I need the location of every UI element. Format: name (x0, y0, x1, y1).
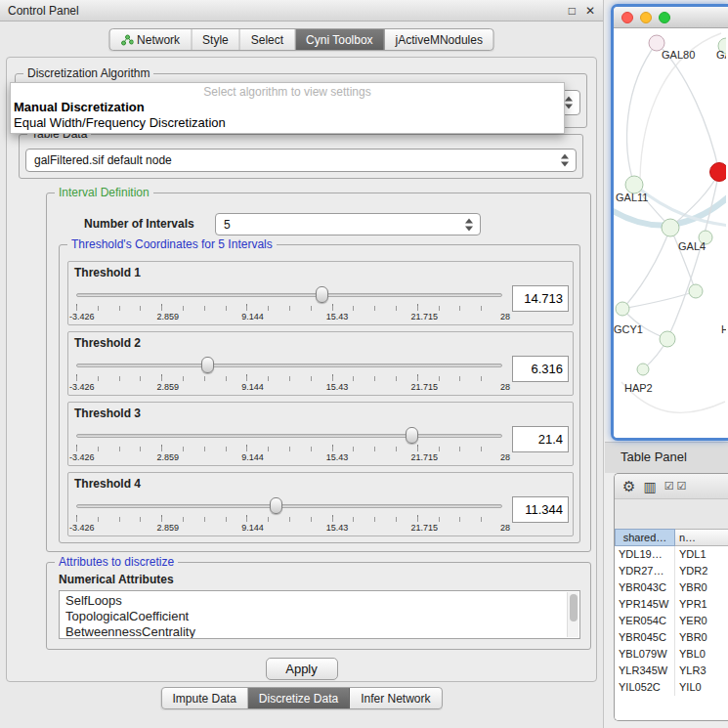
slider-thumb[interactable] (316, 286, 328, 303)
threshold-2-slider[interactable] (76, 356, 502, 373)
table-row[interactable]: YIL052C YIL0 (615, 679, 728, 696)
table-row[interactable]: YBL079W YBL0 (615, 646, 728, 663)
threshold-4-slider[interactable] (76, 496, 502, 514)
table-row[interactable]: YDR27… YDR2 (615, 563, 728, 579)
tab-style[interactable]: Style (192, 29, 240, 50)
network-node[interactable] (616, 302, 629, 316)
cell-name: YDL1 (675, 546, 728, 563)
tick-label: 9.144 (241, 312, 264, 321)
network-window-titlebar[interactable] (614, 7, 728, 28)
slider-track[interactable] (76, 364, 502, 367)
threshold-3-slider[interactable] (76, 426, 502, 444)
cell-shared-name: YBR043C (615, 579, 675, 596)
tick-label: 9.144 (241, 452, 264, 462)
tick-label: 9.144 (241, 382, 264, 392)
network-node[interactable] (660, 331, 675, 347)
node-label-gcy1: GCY1 (614, 323, 643, 335)
node-label-gal4: GAL4 (678, 240, 706, 252)
tab-jactivemodules-label: jActiveMNodules (396, 33, 483, 47)
number-of-intervals-combobox[interactable]: 5 (215, 213, 481, 236)
combo-arrows-icon (465, 218, 474, 231)
node-label-ga-truncated: GA (716, 49, 726, 61)
zoom-traffic-light-icon[interactable] (659, 12, 670, 23)
slider-track[interactable] (76, 504, 502, 508)
interval-definition-group-title: Interval Definition (55, 186, 153, 199)
cell-shared-name: YBR045C (615, 629, 675, 646)
table-data-group: Table Data galFiltered.sif default node (19, 134, 583, 179)
tick-label: 2.859 (157, 523, 180, 533)
table-data-combobox[interactable]: galFiltered.sif default node (25, 149, 577, 172)
tab-cyni-toolbox-label: Cyni Toolbox (306, 33, 372, 47)
slider-minor-ticks (76, 306, 502, 311)
slider-thumb[interactable] (270, 497, 282, 514)
tab-select-label: Select (251, 33, 283, 47)
close-traffic-light-icon[interactable] (621, 12, 633, 23)
slider-thumb[interactable] (406, 427, 418, 444)
tab-jactivemodules[interactable]: jActiveMNodules (385, 29, 493, 50)
tick-label: 2.859 (157, 382, 180, 392)
threshold-3-value-field[interactable] (512, 426, 569, 452)
tab-discretize-data-label: Discretize Data (259, 692, 338, 706)
tab-impute-data[interactable]: Impute Data (161, 688, 247, 708)
apply-button[interactable]: Apply (266, 658, 338, 680)
slider-track[interactable] (76, 434, 502, 438)
float-window-icon[interactable]: □ (569, 5, 576, 17)
slider-tick-labels: -3.4262.8599.14415.4321.71528 (69, 523, 510, 533)
table-row[interactable]: YLR345W YLR3 (615, 663, 728, 679)
slider-thumb[interactable] (201, 357, 214, 373)
select-all-checkbox-icon[interactable]: ☑ (664, 481, 674, 492)
control-panel-titlebar[interactable]: Control Panel □ ✕ (0, 0, 603, 21)
scrollbar-thumb[interactable] (570, 594, 578, 621)
list-item[interactable]: TopologicalCoefficient (60, 609, 579, 624)
threshold-2-label: Threshold 2 (74, 336, 141, 350)
select-none-checkbox-icon[interactable]: ☑ (677, 481, 687, 492)
slider-tick-labels: -3.4262.8599.14415.4321.71528 (69, 312, 510, 321)
tab-network[interactable]: Network (109, 29, 192, 50)
table-panel-window[interactable]: ⚙ ▥ ☑ ☑ shared… n… YDL19… YDL1 YDR27… YD… (614, 473, 728, 721)
tick-label: 21.715 (410, 382, 438, 392)
network-canvas[interactable]: GAL80 GA GAL11 GAL4 GCY1 H HAP2 (614, 28, 726, 438)
tab-infer-network[interactable]: Infer Network (350, 688, 441, 708)
tick-label: -3.426 (69, 452, 95, 462)
column-header-shared-name[interactable]: shared… (615, 529, 675, 546)
tab-network-label: Network (137, 33, 180, 47)
table-row[interactable]: YBR043C YBR0 (615, 579, 728, 596)
attributes-group-title: Attributes to discretize (55, 555, 178, 569)
network-node[interactable] (689, 284, 703, 298)
gear-icon[interactable]: ⚙ (622, 479, 635, 493)
numerical-attributes-list[interactable]: SelfLoopsTopologicalCoefficientBetweenne… (59, 590, 580, 639)
network-node[interactable] (662, 219, 679, 236)
table-row[interactable]: YDL19… YDL1 (615, 546, 728, 563)
slider-track[interactable] (76, 293, 502, 297)
tick-label: 28 (500, 312, 510, 321)
slider-minor-ticks (76, 447, 502, 451)
algorithm-dropdown-popup: Select algorithm to view settings Manual… (10, 82, 565, 134)
threshold-4-value-field[interactable] (512, 496, 569, 523)
tick-label: 2.859 (157, 312, 180, 321)
threshold-4-label: Threshold 4 (74, 477, 141, 491)
cyni-bottom-tabs: Impute Data Discretize Data Infer Networ… (160, 687, 442, 709)
column-header-name[interactable]: n… (675, 529, 728, 546)
close-window-icon[interactable]: ✕ (585, 5, 595, 17)
network-node-selected-red[interactable] (710, 163, 727, 182)
table-row[interactable]: YER054C YER0 (615, 613, 728, 629)
threshold-2-value-field[interactable] (512, 356, 569, 382)
network-node[interactable] (637, 364, 649, 375)
table-row[interactable]: YBR045C YBR0 (615, 629, 728, 646)
table-row[interactable]: YPR145W YPR1 (615, 596, 728, 613)
list-scrollbar[interactable] (567, 592, 578, 637)
dropdown-option-equal-width[interactable]: Equal Width/Frequency Discretization (11, 115, 564, 131)
threshold-1-value-field[interactable] (512, 285, 569, 312)
tick-label: 21.715 (410, 523, 438, 533)
network-view-window[interactable]: GAL80 GA GAL11 GAL4 GCY1 H HAP2 (611, 4, 728, 441)
list-item[interactable]: BetweennessCentrality (60, 624, 579, 639)
number-of-intervals-value: 5 (224, 218, 231, 232)
tab-cyni-toolbox[interactable]: Cyni Toolbox (295, 29, 384, 50)
list-item[interactable]: SelfLoops (60, 593, 579, 609)
minimize-traffic-light-icon[interactable] (640, 12, 652, 23)
threshold-1-slider[interactable] (76, 285, 502, 303)
tab-discretize-data[interactable]: Discretize Data (248, 688, 350, 708)
dropdown-option-manual[interactable]: Manual Discretization (11, 100, 564, 115)
columns-icon[interactable]: ▥ (643, 480, 656, 493)
tab-select[interactable]: Select (240, 29, 295, 50)
